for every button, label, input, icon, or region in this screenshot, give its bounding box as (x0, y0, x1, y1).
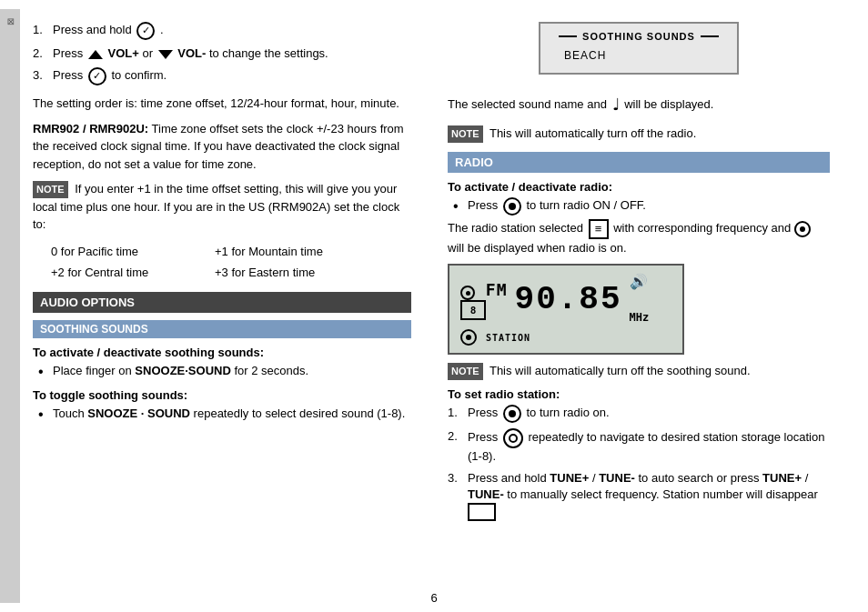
radio-activate-text: Press to turn radio ON / OFF. (468, 197, 646, 216)
step-1-num: 1. (33, 22, 53, 38)
radio-bottom-inner (466, 335, 471, 340)
set-step-2-num: 2. (448, 428, 468, 445)
radio-bottom-circle (460, 329, 477, 346)
time-offset-table: 0 for Pacific time +1 for Mountain time … (51, 241, 411, 284)
set-step-3-num: 3. (448, 470, 468, 487)
left-column: 1. Press and hold . 2. Press VOL+ or VOL… (20, 9, 429, 603)
step-2-num: 2. (33, 45, 53, 62)
mhz-label: MHz (630, 311, 650, 327)
note2-text: This will automatically turn off the soo… (490, 364, 751, 377)
step-1-text-before: Press and hold (53, 23, 132, 36)
step-1-content: Press and hold . (53, 22, 411, 40)
toggle-heading: To toggle soothing sounds: (33, 388, 411, 402)
radio-display-bottom: STATION (460, 329, 671, 346)
step-3: 3. Press to confirm. (33, 67, 411, 85)
set-step-2: 2. Press repeatedly to navigate to desir… (448, 428, 830, 465)
frequency-digits: 90.85 (515, 284, 622, 316)
soothing-title-text: SOOTHING SOUNDS (582, 31, 695, 42)
soothing-display-title: SOOTHING SOUNDS (559, 31, 719, 42)
time-cell-2-1: +2 for Central time (51, 262, 178, 283)
bullet-dot-1: • (38, 363, 53, 380)
step-1-text-after: . (160, 23, 164, 36)
right-note-line-2: NOTE This will automatically turn off th… (448, 362, 830, 380)
time-cell-2-2: +3 for Eastern time (215, 262, 342, 283)
step-3-num: 3. (33, 67, 53, 84)
note-text: If you enter +1 in the time offset setti… (33, 182, 399, 231)
set-step-3: 3. Press and hold TUNE+ / TUNE- to auto … (448, 470, 830, 521)
time-row-2: +2 for Central time +3 for Eastern time (51, 262, 411, 283)
station-label: STATION (486, 333, 530, 343)
snooze-sound-bold: SNOOZE·SOUND (135, 364, 230, 377)
soothing-sounds-header: SOOTHING SOUNDS (33, 320, 411, 338)
set-station-heading: To set radio station: (448, 387, 830, 401)
audio-options-header: AUDIO OPTIONS (33, 292, 411, 313)
check-circle-icon-2 (88, 67, 106, 85)
step-2-press: Press (53, 46, 86, 60)
toggle-bullet-item: • Touch SNOOZE · SOUND repeatedly to sel… (38, 406, 411, 423)
radio-fm-station: FM 8 (460, 280, 508, 321)
set-step-1-content: Press to turn radio on. (468, 405, 830, 423)
left-tab: ⊠ (0, 9, 20, 603)
step-3-text-after: to confirm. (111, 69, 167, 83)
dial-icon (503, 428, 523, 448)
radio-note-3: will be displayed when radio is on. (448, 241, 627, 255)
bullet-dot-2: • (38, 406, 53, 423)
title-line-left (559, 35, 577, 37)
radio-note-1: The radio station selected (448, 221, 583, 235)
radio-on-icon (503, 197, 521, 216)
display-note-after: will be displayed. (624, 97, 713, 111)
vol-plus-label: VOL+ (107, 46, 138, 60)
or-text: or (142, 46, 156, 60)
activate-bullet-list: • Place finger on SNOOZE·SOUND for 2 sec… (38, 363, 411, 380)
set-step-1-num: 1. (448, 405, 468, 421)
toggle-bullet-list: • Touch SNOOZE · SOUND repeatedly to sel… (38, 406, 411, 423)
time-cell-1-2: +1 for Mountain time (215, 241, 342, 262)
set-step-1-after: to turn radio on. (526, 406, 609, 419)
fm-label: FM (486, 280, 508, 299)
note-badge-1: NOTE (448, 125, 483, 143)
step-2-text-after: to change the settings. (209, 46, 328, 60)
steps-list: 1. Press and hold . 2. Press VOL+ or VOL… (33, 22, 411, 85)
set-step-1: 1. Press to turn radio on. (448, 405, 830, 423)
right-info: 🔊 MHz (630, 273, 650, 327)
step-3-press: Press (53, 69, 86, 83)
step-2: 2. Press VOL+ or VOL- to change the sett… (33, 45, 411, 62)
radio-on-off-text: to turn radio ON / OFF. (526, 198, 646, 212)
tune-minus-2: TUNE- (468, 487, 504, 501)
set-step-3-content: Press and hold TUNE+ / TUNE- to auto sea… (468, 470, 830, 521)
radio-section-header: RADIO (448, 152, 830, 173)
display-note-text: The selected sound name and ♩ will be di… (448, 93, 830, 117)
radio-note-2: with corresponding frequency and (613, 221, 791, 235)
tune-plus-2: TUNE+ (762, 471, 802, 485)
radio-display-top: FM 8 90.85 🔊 MHz (460, 273, 671, 327)
right-note-line-1: NOTE This will automatically turn off th… (448, 125, 830, 143)
step-3-content: Press to confirm. (53, 67, 411, 85)
set-step-2-press: Press (468, 430, 498, 444)
time-cell-1-1: 0 for Pacific time (51, 241, 178, 262)
radio-activate-heading: To activate / deactivate radio: (448, 180, 830, 194)
activate-heading: To activate / deactivate soothing sounds… (33, 346, 411, 359)
music-note-icon: ♩ (612, 95, 620, 114)
right-column: SOOTHING SOUNDS BEACH The selected sound… (429, 9, 848, 603)
radio-display: FM 8 90.85 🔊 MHz STATION (448, 264, 684, 355)
set-step-2-content: Press repeatedly to navigate to desired … (468, 428, 830, 465)
step-1: 1. Press and hold . (33, 22, 411, 40)
step-2-content: Press VOL+ or VOL- to change the setting… (53, 45, 411, 62)
page-number: 6 (430, 591, 437, 605)
snooze-sound-bold-2: SNOOZE · SOUND (87, 406, 190, 420)
note-badge-2: NOTE (448, 363, 483, 380)
dial-inner (509, 434, 518, 443)
radio-inner (509, 203, 516, 210)
bullet-dot-3: • (453, 197, 468, 215)
radio-activate-item: • Press to turn radio ON / OFF. (453, 197, 830, 216)
tune-plus-1: TUNE+ (550, 471, 589, 485)
title-line-right (701, 35, 719, 37)
circle-radio-small (460, 286, 475, 300)
setting-order-text: The setting order is: time zone offset, … (33, 95, 411, 113)
vol-minus-label: VOL- (177, 46, 206, 60)
soothing-display-content: BEACH (559, 49, 719, 62)
fm-text: FM (460, 280, 508, 301)
radio-circle-inner (800, 226, 805, 232)
radio-activate-list: • Press to turn radio ON / OFF. (453, 197, 830, 216)
set-step-1-press: Press (468, 406, 498, 419)
